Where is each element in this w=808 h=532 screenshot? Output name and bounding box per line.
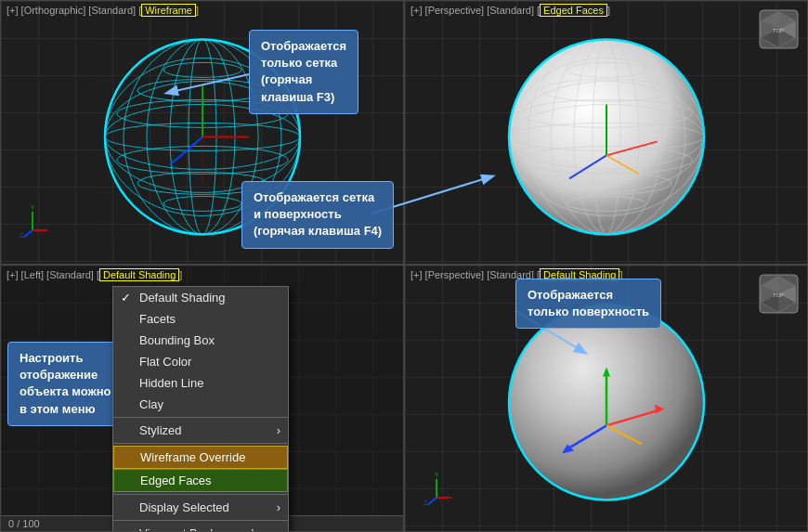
panel-bottom-right[interactable]: [+] [Perspective] [Standard] [Default Sh… [404,265,808,532]
svg-text:Y: Y [31,204,35,211]
shading-context-menu[interactable]: Default Shading Facets Bounding Box Flat… [112,286,289,532]
svg-point-8 [163,62,241,77]
panel-tl-mode: Wireframe [141,4,196,17]
menu-item-stylized[interactable]: Stylized [113,420,288,441]
menu-sep-3 [113,494,288,495]
panel-top-right[interactable]: [+] [Perspective] [Standard] [Edged Face… [404,0,808,265]
menu-item-edged-faces[interactable]: Edged Faces [113,469,288,492]
nav-cube-tr[interactable]: TOP [758,8,800,50]
menu-item-display-selected[interactable]: Display Selected [113,497,288,518]
gizmo-tl: Y X Z [16,204,49,238]
menu-item-default-shading[interactable]: Default Shading [113,287,288,308]
panel-bottom-left[interactable]: [+] [Left] [Standard] [Default Shading] … [0,265,404,532]
menu-sep-2 [113,443,288,444]
panel-br-mode: Default Shading [540,268,619,281]
menu-sep-4 [113,520,288,521]
panel-top-left[interactable]: [+] [Orthographic] [Standard] [Wireframe… [0,0,404,265]
menu-item-clay[interactable]: Clay [113,394,288,415]
svg-text:Z: Z [424,500,428,505]
menu-item-hidden-line[interactable]: Hidden Line [113,372,288,394]
menu-item-facets[interactable]: Facets [113,308,288,330]
panel-bl-mode: Default Shading [99,268,179,281]
menu-item-viewport-background[interactable]: Viewport Background [113,523,288,532]
svg-text:TOP: TOP [773,292,784,298]
panel-br-header: [+] [Perspective] [Standard] [Default Sh… [411,269,622,280]
sphere-wireframe [100,34,305,239]
sphere-shaded [504,300,709,504]
menu-item-flat-color[interactable]: Flat Color [113,351,288,372]
viewport-grid: [+] [Orthographic] [Standard] [Wireframe… [0,0,808,532]
menu-item-wireframe-override[interactable]: Wireframe Override [113,446,288,469]
menu-sep-1 [113,417,288,418]
sphere-edged-faces [504,34,709,239]
svg-point-11 [163,196,241,211]
svg-line-27 [23,230,33,238]
svg-text:TOP: TOP [773,28,784,33]
panel-tr-header: [+] [Perspective] [Standard] [Edged Face… [411,5,610,16]
menu-item-bounding-box[interactable]: Bounding Box [113,330,288,351]
svg-text:Y: Y [435,472,439,478]
gizmo-br: Y X Z [420,472,453,505]
svg-text:X: X [452,494,453,500]
svg-line-84 [427,498,437,505]
svg-text:Z: Z [20,232,24,238]
panel-bl-header: [+] [Left] [Standard] [Default Shading] [7,269,182,280]
svg-text:X: X [48,227,49,233]
panel-tr-mode: Edged Faces [540,4,607,17]
nav-cube-br[interactable]: TOP [758,273,800,315]
panel-tl-header: [+] [Orthographic] [Standard] [Wireframe… [7,5,199,16]
